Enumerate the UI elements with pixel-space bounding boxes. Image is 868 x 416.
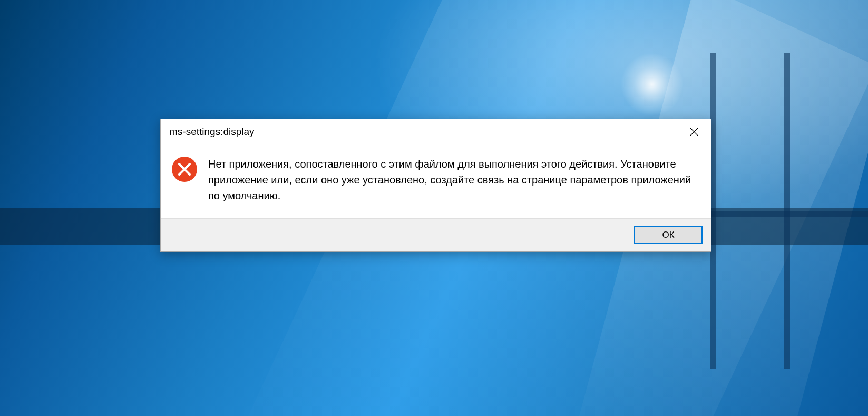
close-button[interactable]	[684, 123, 705, 140]
error-icon	[171, 156, 198, 182]
ok-button[interactable]: ОК	[634, 226, 703, 244]
dialog-title: ms-settings:display	[169, 126, 255, 138]
dialog-message: Нет приложения, сопоставленного с этим ф…	[208, 156, 700, 204]
dialog-body: Нет приложения, сопоставленного с этим ф…	[161, 144, 711, 218]
error-dialog: ms-settings:display Нет приложения, сопо…	[160, 119, 711, 252]
close-icon	[690, 128, 698, 136]
dialog-titlebar[interactable]: ms-settings:display	[161, 119, 711, 144]
dialog-footer: ОК	[161, 218, 711, 251]
